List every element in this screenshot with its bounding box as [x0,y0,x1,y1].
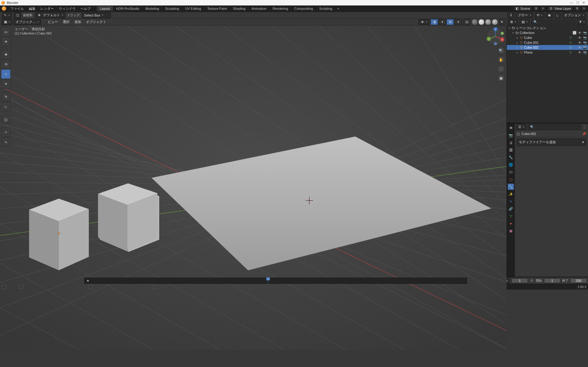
tab-shading[interactable]: Shading [230,6,248,11]
eye-icon[interactable]: 👁 [578,51,581,54]
outliner-row-plane[interactable]: ▸ ▽ Plane ▽ 👁📷 [507,50,588,55]
properties-options-icon[interactable]: ⋮ [582,125,587,129]
prop-tab-collection[interactable]: 🗀 [508,169,514,175]
nav-gizmo[interactable]: X Y Z [486,27,505,46]
collection-enable-checkbox[interactable] [573,31,576,35]
outliner-row-cube001[interactable]: ▸ ▽ Cube.001 ▽ 👁📷 [507,40,588,45]
chevron-down-icon[interactable]: ▾ [507,27,511,29]
prop-tab-output[interactable]: 🖨 [508,140,514,146]
prop-tab-particles[interactable]: ✨ [508,191,514,197]
timeline-playhead[interactable]: 1 [268,278,268,284]
tab-rendering[interactable]: Rendering [270,6,291,11]
viewport-menu-add[interactable]: 追加 [73,20,83,24]
pin-icon[interactable]: 📌 [582,132,586,136]
glow-dropdown[interactable]: グロー▾ [516,13,533,18]
drag-selectbox-dropdown[interactable]: Select Box ▾ [82,13,111,18]
camera-icon[interactable]: 📷 [583,31,587,35]
shading-matpreview-icon[interactable] [485,19,491,25]
end-frame-field[interactable]: 250 [570,278,587,283]
properties-search-input[interactable] [535,125,579,129]
tab-compositing[interactable]: Compositing [291,6,316,11]
tool-scale[interactable]: ⤡ [1,69,10,79]
lock-range-icon[interactable]: ⏲ [530,279,534,283]
outliner-search[interactable]: 🔍 [531,20,575,24]
prop-tab-texture[interactable]: ▦ [508,228,514,234]
scene-delete-button[interactable]: × [540,6,546,11]
shading-dd[interactable]: ▾ [499,19,505,25]
timeline-track[interactable]: ● 1 [84,278,467,284]
overlay-toggle[interactable]: ⊞ [447,19,454,25]
add-modifier-dropdown[interactable]: モディファイアーを追加 ▾ [517,139,586,146]
tool-move[interactable]: ✥ [1,50,10,59]
tab-hdr[interactable]: HDR-ProStudio [113,6,142,11]
viewport-menu-object[interactable]: オブジェクト [84,20,108,24]
tool-add-cube[interactable]: ◫ [1,115,10,124]
outliner-row-collection[interactable]: ▾ 🗀 Collection 👁📷 [507,30,588,35]
camera-icon[interactable]: 📷 [583,36,587,39]
viewlayer-new-button[interactable]: ⎘ [575,6,580,11]
start-frame-field[interactable]: 1 [544,278,560,283]
tool-rotate[interactable]: ⟲ [1,60,10,69]
outliner-row-cube[interactable]: ▸ ▽ Cube ▽ 👁📷 [507,35,588,40]
tool-select-box[interactable]: ▭ [1,27,10,36]
eye-icon[interactable]: 👁 [578,46,581,49]
menu-help[interactable]: ヘルプ [78,6,93,11]
proportional-dropdown[interactable]: ◉ [546,13,553,18]
outliner-row-scene-collection[interactable]: ▾ 🗀 シーンコレクション [507,25,588,30]
measure-icon[interactable]: ⟀ [554,13,561,18]
viewport-menu-view[interactable]: ビュー [46,20,60,24]
outliner-tree[interactable]: ▾ 🗀 シーンコレクション ▾ 🗀 Collection 👁📷 ▸ ▽ C [507,25,588,123]
eye-icon[interactable]: 👁 [578,36,581,39]
options-dropdown[interactable]: オプション▾ [562,13,586,18]
shading-wire-icon[interactable] [472,19,478,25]
camera-icon[interactable]: 📷 [583,51,587,54]
tool-extra-2[interactable]: ∿ [1,137,10,147]
nav-zoom-icon[interactable]: 🔍 [497,47,505,54]
window-close-button[interactable]: ✕ [581,0,587,5]
properties-search[interactable]: 🔍 [528,125,581,129]
properties-editor-type[interactable]: ☰▾ [516,124,526,130]
blender-icon[interactable] [2,6,6,11]
window-maximize-button[interactable]: ☐ [575,0,581,5]
tab-sculpting[interactable]: Sculpting [162,6,182,11]
outliner-search-input[interactable] [539,20,564,24]
mode-dropdown[interactable]: オブジェク…▾ [13,19,41,25]
tab-animation[interactable]: Animation [248,6,270,11]
prop-tab-render[interactable]: 📷 [508,132,514,138]
viewlayer-selector[interactable]: ☰ View Layer [547,6,573,11]
nav-pan-icon[interactable]: ✋ [497,56,505,63]
gizmo-toggle[interactable]: ◑ [431,19,438,25]
current-frame-field[interactable]: 1 [511,278,528,283]
menu-edit[interactable]: 編集 [26,6,38,11]
eye-icon[interactable]: 👁 [578,41,581,44]
prop-tab-mesh[interactable]: ▽ [508,213,514,219]
chevron-right-icon[interactable]: ▸ [515,46,519,49]
viewlayer-delete-button[interactable]: × [581,6,587,11]
shading-rendered-icon[interactable] [492,19,498,25]
snap-dropdown[interactable]: ⟲▾ [534,13,545,18]
chevron-right-icon[interactable]: ▸ [515,36,519,39]
gizmo-dd[interactable]: ▾ [439,19,446,25]
scene-selector[interactable]: ◧ Scene [513,6,532,11]
tab-layout[interactable]: Layout [97,6,113,11]
eye-icon[interactable]: 👁 [578,31,581,35]
outliner-editor-type[interactable]: ≣▾ [508,19,518,25]
chevron-right-icon[interactable]: ▸ [515,41,519,44]
outliner-display-mode[interactable]: ▤▾ [519,19,530,25]
tab-modeling[interactable]: Modeling [142,6,162,11]
prop-tab-constraints[interactable]: 🔗 [508,206,514,212]
tool-measure[interactable]: ⟀ [1,102,10,111]
tab-texturepaint[interactable]: Texture Paint [204,6,230,11]
overlay-dd[interactable]: ▾ [454,19,462,25]
camera-icon[interactable]: 📷 [583,41,587,44]
prop-tab-material[interactable]: ● [508,220,514,227]
tab-scripting[interactable]: Scripting [316,6,335,11]
camera-icon[interactable]: 📷 [583,46,587,49]
outliner-filter-icon[interactable]: ⧩▾ [577,19,587,25]
tool-annotate[interactable]: ✎ [1,92,10,101]
scene-new-button[interactable]: ⎘ [533,6,539,11]
tool-transform[interactable]: ✦ [1,79,10,88]
shading-solid-icon[interactable] [478,19,484,25]
tool-cursor[interactable]: ✛ [1,37,10,46]
nav-camera-icon[interactable]: 🎥 [497,65,505,73]
